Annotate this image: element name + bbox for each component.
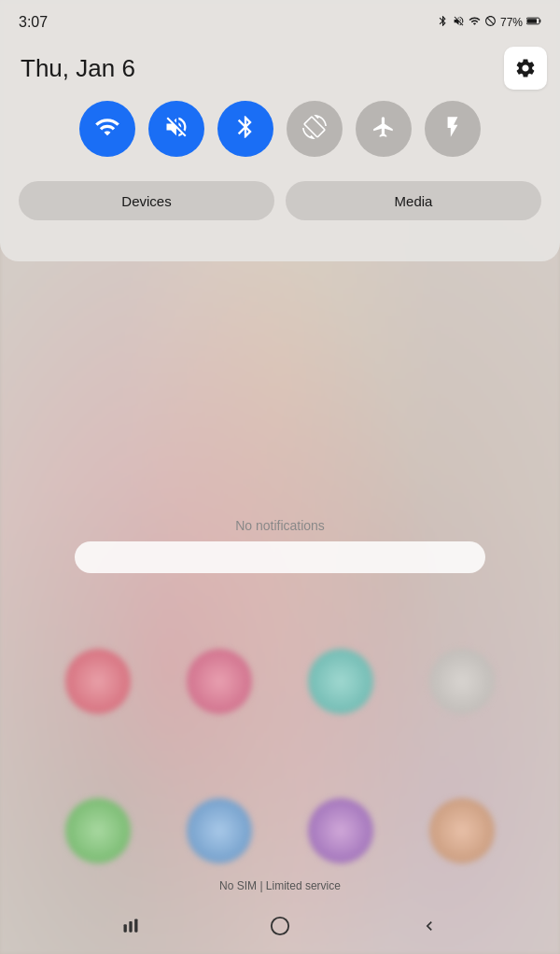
phone-frame: 3:07 77% xyxy=(0,0,560,954)
svg-rect-5 xyxy=(134,919,137,933)
back-button[interactable] xyxy=(411,907,448,945)
app-icon xyxy=(429,649,495,714)
quick-toggles-row xyxy=(0,101,560,157)
svg-rect-1 xyxy=(539,20,540,22)
status-icons: 77% xyxy=(437,15,541,31)
app-icon xyxy=(308,649,373,714)
app-icon xyxy=(429,798,495,863)
home-icon xyxy=(270,916,290,936)
app-icon xyxy=(187,649,252,714)
svg-rect-3 xyxy=(124,924,127,932)
svg-point-6 xyxy=(272,918,288,934)
bluetooth-status-icon xyxy=(437,15,449,31)
no-sim-text: No SIM | Limited service xyxy=(0,879,560,892)
no-notifications-text: No notifications xyxy=(0,518,560,533)
svg-rect-2 xyxy=(527,19,537,23)
dnd-status-icon xyxy=(484,15,497,31)
battery-percent: 77% xyxy=(500,16,523,29)
airplane-icon xyxy=(371,115,396,143)
devices-button[interactable]: Devices xyxy=(19,181,274,220)
media-button[interactable]: Media xyxy=(286,181,541,220)
rotation-icon xyxy=(302,115,327,143)
app-icon xyxy=(308,798,373,863)
status-bar: 3:07 77% xyxy=(0,0,560,45)
mute-status-icon xyxy=(453,15,465,31)
recent-apps-button[interactable] xyxy=(112,907,149,945)
app-grid-row-2 xyxy=(0,798,560,863)
recent-apps-icon xyxy=(121,917,140,935)
wifi-icon xyxy=(94,114,120,144)
bluetooth-toggle[interactable] xyxy=(217,101,273,157)
airplane-toggle[interactable] xyxy=(356,101,412,157)
devices-label: Devices xyxy=(121,193,171,209)
no-notifications-bar xyxy=(75,541,485,573)
wifi-toggle[interactable] xyxy=(79,101,135,157)
media-label: Media xyxy=(395,193,433,209)
app-icon xyxy=(187,798,252,863)
battery-icon xyxy=(526,15,541,30)
status-time: 3:07 xyxy=(19,14,48,31)
home-button[interactable] xyxy=(261,907,299,945)
bottom-nav-bar xyxy=(0,898,560,954)
app-grid-row-1 xyxy=(0,649,560,714)
app-icon xyxy=(65,649,131,714)
action-row: Devices Media xyxy=(19,181,541,220)
gear-icon xyxy=(514,57,537,79)
sound-off-icon xyxy=(163,114,189,144)
app-icon xyxy=(65,798,131,863)
rotation-toggle[interactable] xyxy=(287,101,343,157)
flashlight-icon xyxy=(441,115,465,143)
wifi-status-icon xyxy=(469,15,481,31)
svg-rect-4 xyxy=(129,921,132,933)
bluetooth-icon xyxy=(232,114,259,144)
sound-toggle[interactable] xyxy=(148,101,204,157)
flashlight-toggle[interactable] xyxy=(425,101,481,157)
back-icon xyxy=(420,917,439,935)
date-label: Thu, Jan 6 xyxy=(21,54,135,83)
settings-button[interactable] xyxy=(504,47,547,90)
